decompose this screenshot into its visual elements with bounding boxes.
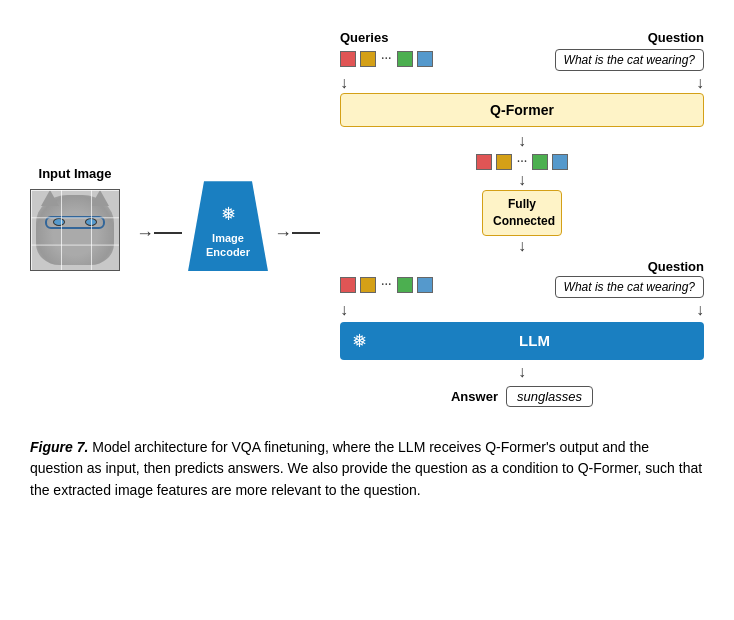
fc-label: Fully Connected	[493, 197, 555, 228]
token-green	[397, 51, 413, 67]
arrow-input-to-encoder: →	[136, 224, 182, 242]
arrow-pair-2: ↓ ↓	[340, 300, 704, 320]
caption-title: Figure 7.	[30, 439, 88, 455]
down-arrow-llm: ↓	[518, 364, 526, 380]
down-arrow-question-2: ↓	[696, 302, 704, 318]
down-arrow-question-1: ↓	[696, 75, 704, 91]
caption-text: Model architecture for VQA finetuning, w…	[30, 439, 702, 498]
token-blue	[417, 51, 433, 67]
question-box-1: What is the cat wearing?	[555, 49, 704, 71]
cat-eye-left	[53, 218, 65, 226]
arrow-pair-1: ↓ ↓	[340, 73, 704, 93]
llm-snowflake-icon: ❅	[352, 330, 367, 352]
token-row-3: ···	[340, 277, 433, 293]
cat-body	[36, 195, 114, 265]
tokens-question-row-1: ··· What is the cat wearing?	[340, 49, 704, 71]
llm-row: ❅ LLM	[340, 322, 704, 360]
token-orange-3	[360, 277, 376, 293]
right-arrow-icon: →	[136, 224, 154, 242]
caption: Figure 7. Model architecture for VQA fin…	[30, 437, 704, 502]
cat-eye-right	[85, 218, 97, 226]
token-red-3	[340, 277, 356, 293]
token-blue-3	[417, 277, 433, 293]
answer-row: Answer sunglasses	[451, 386, 593, 407]
token-dots-3: ···	[381, 277, 392, 293]
queries-label: Queries	[340, 30, 388, 45]
encoder-section: ❅ ImageEncoder	[188, 181, 268, 271]
token-row-2: ···	[476, 154, 569, 170]
down-arrow-tokens-3: ↓	[340, 302, 348, 318]
token-row-1: ···	[340, 51, 433, 67]
question-text-2: What is the cat wearing?	[564, 280, 695, 294]
token-blue-2	[552, 154, 568, 170]
input-label: Input Image	[39, 166, 112, 181]
cat-ear-left	[41, 190, 59, 206]
diagram: Input Image → ❅ ImageEncoder → Queries Q…	[30, 20, 704, 427]
down-arrow-tokens-1: ↓	[340, 75, 348, 91]
answer-label: Answer	[451, 389, 498, 404]
llm-label: LLM	[377, 332, 692, 349]
middle-section: ··· ↓ Fully Connected ↓	[340, 154, 704, 256]
answer-value: sunglasses	[506, 386, 593, 407]
qformer-box: Q-Former	[340, 93, 704, 127]
token-green-3	[397, 277, 413, 293]
tokens-question-row-2: ··· What is the cat wearing?	[340, 276, 704, 298]
cat-image	[30, 189, 120, 271]
question-text-1: What is the cat wearing?	[564, 53, 695, 67]
down-arrow-to-fc: ↓	[518, 172, 526, 188]
token-dots-1: ···	[381, 51, 392, 67]
down-arrow-from-fc: ↓	[518, 238, 526, 254]
token-dots-2: ···	[517, 154, 528, 170]
question-label-top: Question	[648, 30, 704, 45]
encoder-shape: ❅ ImageEncoder	[188, 181, 268, 271]
right-section: Queries Question ··· What is the cat wea…	[340, 30, 704, 407]
question-label-2: Question	[648, 259, 704, 274]
fc-column: ··· ↓ Fully Connected ↓	[340, 154, 704, 256]
encoder-snowflake-icon: ❅	[221, 203, 236, 225]
token-orange	[360, 51, 376, 67]
encoder-label: ImageEncoder	[206, 231, 250, 260]
token-red-2	[476, 154, 492, 170]
top-labels-row: Queries Question	[340, 30, 704, 45]
right-arrow-icon-2: →	[274, 224, 292, 242]
arrow-encoder-to-right: →	[274, 224, 320, 242]
token-red	[340, 51, 356, 67]
token-green-2	[532, 154, 548, 170]
fc-box: Fully Connected	[482, 190, 562, 236]
question-box-2: What is the cat wearing?	[555, 276, 704, 298]
cat-ear-right	[91, 190, 109, 206]
token-orange-2	[496, 154, 512, 170]
cat-glasses	[45, 216, 105, 229]
down-arrow-qformer: ↓	[518, 133, 526, 149]
input-section: Input Image	[30, 166, 120, 271]
